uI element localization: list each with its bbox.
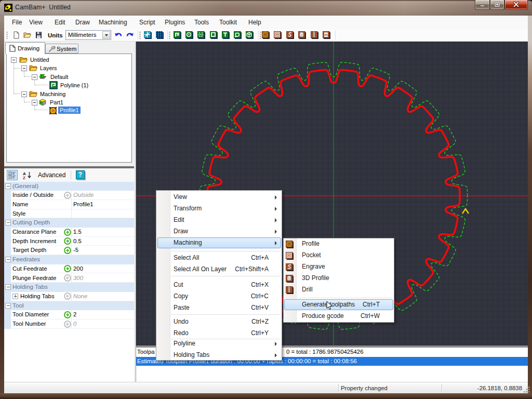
svg-text:MC: MC bbox=[325, 33, 329, 36]
svg-text:Z: Z bbox=[23, 176, 25, 179]
